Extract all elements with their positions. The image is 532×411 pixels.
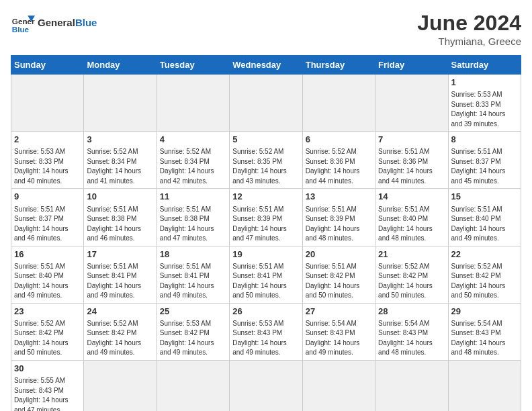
logo-icon: General Blue xyxy=(11,11,35,35)
calendar-cell: 26Sunrise: 5:53 AM Sunset: 8:43 PM Dayli… xyxy=(230,303,302,360)
calendar-cell: 19Sunrise: 5:51 AM Sunset: 8:41 PM Dayli… xyxy=(230,246,302,303)
calendar-cell: 12Sunrise: 5:51 AM Sunset: 8:39 PM Dayli… xyxy=(230,189,302,246)
calendar-cell xyxy=(84,75,157,132)
day-info: Sunrise: 5:51 AM Sunset: 8:39 PM Dayligh… xyxy=(232,205,299,244)
calendar-cell: 8Sunrise: 5:51 AM Sunset: 8:37 PM Daylig… xyxy=(448,132,521,189)
calendar-cell: 25Sunrise: 5:53 AM Sunset: 8:42 PM Dayli… xyxy=(157,303,229,360)
day-number: 5 xyxy=(232,134,299,146)
day-info: Sunrise: 5:53 AM Sunset: 8:43 PM Dayligh… xyxy=(232,319,299,358)
calendar-cell: 5Sunrise: 5:52 AM Sunset: 8:35 PM Daylig… xyxy=(230,132,302,189)
day-info: Sunrise: 5:51 AM Sunset: 8:38 PM Dayligh… xyxy=(160,205,226,244)
day-header-tuesday: Tuesday xyxy=(157,56,229,75)
calendar-cell: 9Sunrise: 5:51 AM Sunset: 8:37 PM Daylig… xyxy=(11,189,84,246)
calendar-cell: 15Sunrise: 5:51 AM Sunset: 8:40 PM Dayli… xyxy=(448,189,521,246)
svg-text:Blue: Blue xyxy=(12,25,30,34)
calendar-table: SundayMondayTuesdayWednesdayThursdayFrid… xyxy=(11,55,521,411)
day-info: Sunrise: 5:51 AM Sunset: 8:40 PM Dayligh… xyxy=(378,205,445,244)
calendar-cell xyxy=(448,360,521,411)
calendar-cell: 18Sunrise: 5:51 AM Sunset: 8:41 PM Dayli… xyxy=(157,246,229,303)
day-number: 10 xyxy=(87,191,153,203)
header: General Blue GeneralBlue June 2024 Thymi… xyxy=(11,11,521,47)
calendar-cell: 28Sunrise: 5:54 AM Sunset: 8:43 PM Dayli… xyxy=(375,303,448,360)
day-number: 29 xyxy=(451,306,518,318)
day-info: Sunrise: 5:51 AM Sunset: 8:41 PM Dayligh… xyxy=(160,262,226,301)
day-info: Sunrise: 5:54 AM Sunset: 8:43 PM Dayligh… xyxy=(378,319,445,358)
day-info: Sunrise: 5:52 AM Sunset: 8:35 PM Dayligh… xyxy=(232,147,299,186)
day-number: 24 xyxy=(87,306,153,318)
calendar-cell: 23Sunrise: 5:52 AM Sunset: 8:42 PM Dayli… xyxy=(11,303,84,360)
day-info: Sunrise: 5:53 AM Sunset: 8:42 PM Dayligh… xyxy=(160,319,226,358)
logo: General Blue GeneralBlue xyxy=(11,11,97,35)
calendar-cell: 4Sunrise: 5:52 AM Sunset: 8:34 PM Daylig… xyxy=(157,132,229,189)
day-number: 14 xyxy=(378,191,445,203)
day-info: Sunrise: 5:51 AM Sunset: 8:42 PM Dayligh… xyxy=(306,262,372,301)
day-number: 16 xyxy=(14,248,81,261)
day-info: Sunrise: 5:52 AM Sunset: 8:42 PM Dayligh… xyxy=(378,262,445,301)
calendar-cell: 2Sunrise: 5:53 AM Sunset: 8:33 PM Daylig… xyxy=(11,132,84,189)
calendar-cell: 3Sunrise: 5:52 AM Sunset: 8:34 PM Daylig… xyxy=(84,132,157,189)
day-info: Sunrise: 5:51 AM Sunset: 8:36 PM Dayligh… xyxy=(378,147,445,186)
day-info: Sunrise: 5:52 AM Sunset: 8:34 PM Dayligh… xyxy=(87,147,153,186)
day-info: Sunrise: 5:51 AM Sunset: 8:38 PM Dayligh… xyxy=(87,205,153,244)
calendar-cell: 21Sunrise: 5:52 AM Sunset: 8:42 PM Dayli… xyxy=(375,246,448,303)
day-info: Sunrise: 5:51 AM Sunset: 8:37 PM Dayligh… xyxy=(14,205,81,244)
day-number: 27 xyxy=(306,306,372,318)
day-info: Sunrise: 5:53 AM Sunset: 8:33 PM Dayligh… xyxy=(451,90,518,129)
day-number: 18 xyxy=(160,248,226,261)
day-number: 7 xyxy=(378,134,445,146)
calendar-cell xyxy=(230,75,302,132)
day-number: 28 xyxy=(378,306,445,318)
calendar-cell xyxy=(375,360,448,411)
calendar-week-row: 1Sunrise: 5:53 AM Sunset: 8:33 PM Daylig… xyxy=(11,75,521,132)
calendar-cell: 29Sunrise: 5:54 AM Sunset: 8:43 PM Dayli… xyxy=(448,303,521,360)
day-info: Sunrise: 5:51 AM Sunset: 8:41 PM Dayligh… xyxy=(87,262,153,301)
day-info: Sunrise: 5:51 AM Sunset: 8:40 PM Dayligh… xyxy=(14,262,81,301)
month-year-title: June 2024 xyxy=(417,11,521,36)
day-number: 3 xyxy=(87,134,153,146)
calendar-cell: 20Sunrise: 5:51 AM Sunset: 8:42 PM Dayli… xyxy=(302,246,375,303)
day-info: Sunrise: 5:51 AM Sunset: 8:37 PM Dayligh… xyxy=(451,147,518,186)
calendar-cell: 1Sunrise: 5:53 AM Sunset: 8:33 PM Daylig… xyxy=(448,75,521,132)
calendar-cell: 24Sunrise: 5:52 AM Sunset: 8:42 PM Dayli… xyxy=(84,303,157,360)
day-info: Sunrise: 5:54 AM Sunset: 8:43 PM Dayligh… xyxy=(451,319,518,358)
day-number: 17 xyxy=(87,248,153,261)
calendar-cell: 14Sunrise: 5:51 AM Sunset: 8:40 PM Dayli… xyxy=(375,189,448,246)
day-header-thursday: Thursday xyxy=(302,56,375,75)
day-info: Sunrise: 5:55 AM Sunset: 8:43 PM Dayligh… xyxy=(14,376,81,411)
day-number: 19 xyxy=(232,248,299,261)
calendar-week-row: 9Sunrise: 5:51 AM Sunset: 8:37 PM Daylig… xyxy=(11,189,521,246)
day-number: 8 xyxy=(451,134,518,146)
calendar-week-row: 23Sunrise: 5:52 AM Sunset: 8:42 PM Dayli… xyxy=(11,303,521,360)
calendar-week-row: 16Sunrise: 5:51 AM Sunset: 8:40 PM Dayli… xyxy=(11,246,521,303)
day-header-monday: Monday xyxy=(84,56,157,75)
calendar-cell xyxy=(157,360,229,411)
location-subtitle: Thymiana, Greece xyxy=(417,36,521,47)
calendar-cell: 22Sunrise: 5:52 AM Sunset: 8:42 PM Dayli… xyxy=(448,246,521,303)
calendar-cell: 10Sunrise: 5:51 AM Sunset: 8:38 PM Dayli… xyxy=(84,189,157,246)
day-header-saturday: Saturday xyxy=(448,56,521,75)
calendar-cell xyxy=(11,75,84,132)
day-number: 26 xyxy=(232,306,299,318)
day-number: 23 xyxy=(14,306,81,318)
calendar-cell: 13Sunrise: 5:51 AM Sunset: 8:39 PM Dayli… xyxy=(302,189,375,246)
day-info: Sunrise: 5:52 AM Sunset: 8:34 PM Dayligh… xyxy=(160,147,226,186)
day-number: 25 xyxy=(160,306,226,318)
calendar-cell xyxy=(302,75,375,132)
day-header-wednesday: Wednesday xyxy=(230,56,302,75)
day-number: 30 xyxy=(14,363,81,375)
day-header-sunday: Sunday xyxy=(11,56,84,75)
calendar-cell: 6Sunrise: 5:52 AM Sunset: 8:36 PM Daylig… xyxy=(302,132,375,189)
day-header-friday: Friday xyxy=(375,56,448,75)
day-number: 11 xyxy=(160,191,226,203)
calendar-cell: 11Sunrise: 5:51 AM Sunset: 8:38 PM Dayli… xyxy=(157,189,229,246)
calendar-week-row: 30Sunrise: 5:55 AM Sunset: 8:43 PM Dayli… xyxy=(11,360,521,411)
day-info: Sunrise: 5:52 AM Sunset: 8:42 PM Dayligh… xyxy=(87,319,153,358)
calendar-cell: 16Sunrise: 5:51 AM Sunset: 8:40 PM Dayli… xyxy=(11,246,84,303)
calendar-cell: 17Sunrise: 5:51 AM Sunset: 8:41 PM Dayli… xyxy=(84,246,157,303)
day-info: Sunrise: 5:51 AM Sunset: 8:40 PM Dayligh… xyxy=(451,205,518,244)
calendar-cell xyxy=(157,75,229,132)
calendar-cell: 27Sunrise: 5:54 AM Sunset: 8:43 PM Dayli… xyxy=(302,303,375,360)
title-block: June 2024 Thymiana, Greece xyxy=(417,11,521,47)
logo-text: GeneralBlue xyxy=(38,17,97,29)
day-number: 21 xyxy=(378,248,445,261)
